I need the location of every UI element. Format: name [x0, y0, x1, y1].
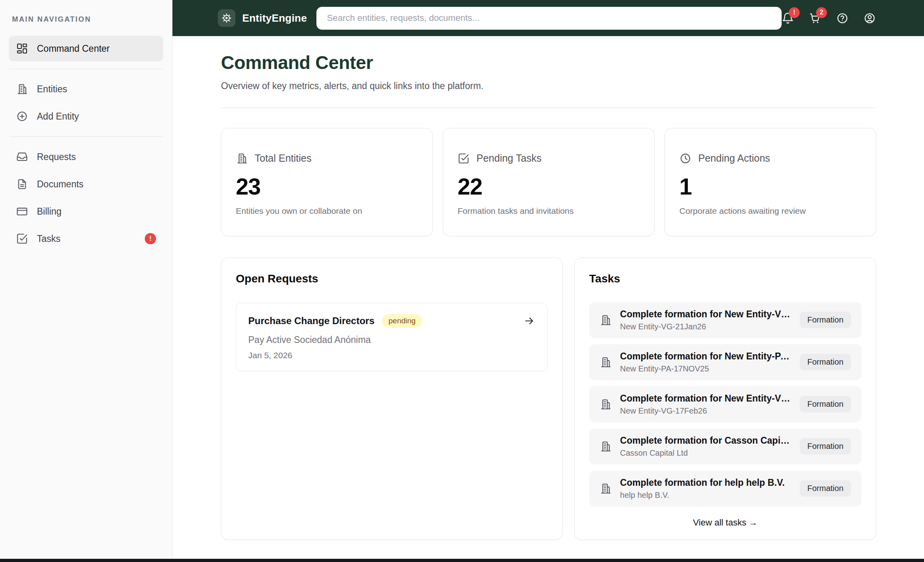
layout-grid-icon [16, 43, 28, 55]
stat-description: Formation tasks and invitations [458, 206, 640, 216]
sidebar-item-command-center[interactable]: Command Center [9, 36, 163, 61]
task-entity: Casson Capital Ltd [620, 448, 791, 458]
top-header: EntityEngine ! 2 [172, 0, 924, 36]
building-icon [600, 314, 612, 326]
task-item[interactable]: Complete formation for New Entity-PA-17N… [589, 344, 861, 380]
stat-pending-tasks: Pending Tasks 22 Formation tasks and inv… [443, 128, 654, 236]
user-circle-icon [863, 12, 876, 24]
arrow-right-icon [523, 315, 535, 327]
tasks-panel: Tasks Complete formation for New Entity-… [574, 258, 876, 540]
sidebar-item-requests[interactable]: Requests [9, 144, 163, 170]
request-title: Purchase Change Directors [248, 315, 375, 327]
task-item[interactable]: Complete formation for New Entity-VG-21J… [589, 302, 861, 338]
check-square-icon [16, 233, 28, 245]
app-window: MAIN NAVIGATION Command Center Entities … [0, 0, 924, 562]
open-requests-title: Open Requests [236, 272, 548, 285]
divider [221, 108, 876, 108]
credit-card-icon [16, 205, 28, 217]
task-item[interactable]: Complete formation for help help B.V. he… [589, 471, 861, 507]
bottom-edge [0, 559, 924, 562]
sidebar-item-label: Requests [37, 152, 76, 162]
brand-name: EntityEngine [242, 12, 307, 24]
task-entity: help help B.V. [620, 491, 785, 500]
building-icon [16, 83, 28, 95]
stat-value: 1 [679, 173, 861, 200]
task-item[interactable]: Complete formation for New Entity-VG-17F… [589, 386, 861, 422]
formation-tag: Formation [800, 396, 851, 412]
request-date: Jan 5, 2026 [248, 351, 535, 360]
brand: EntityEngine [218, 9, 307, 27]
task-title: Complete formation for New Entity-VG-17F… [620, 393, 791, 404]
stat-description: Entities you own or collaborate on [236, 206, 418, 216]
stat-label: Pending Tasks [476, 152, 541, 164]
task-title: Complete formation for New Entity-PA-17N… [620, 351, 791, 362]
content-area: Command Center Overview of key metrics, … [172, 36, 924, 562]
help-circle-icon [836, 12, 849, 24]
task-entity: New Entity-PA-17NOV25 [620, 364, 791, 373]
task-title: Complete formation for New Entity-VG-21J… [620, 309, 791, 320]
status-badge: pending [382, 314, 423, 328]
count-badge: 2 [816, 7, 827, 18]
sidebar-item-label: Billing [37, 206, 61, 217]
task-entity: New Entity-VG-21Jan26 [620, 322, 791, 331]
formation-tag: Formation [800, 480, 851, 497]
sidebar-item-label: Entities [37, 84, 67, 95]
task-title: Complete formation for help help B.V. [620, 477, 785, 488]
notifications-button[interactable]: ! [782, 12, 794, 24]
sidebar-item-add-entity[interactable]: Add Entity [9, 103, 163, 129]
sidebar-divider [10, 69, 162, 69]
stats-row: Total Entities 23 Entities you own or co… [221, 128, 876, 236]
sidebar-item-documents[interactable]: Documents [9, 171, 163, 197]
building-icon [600, 356, 612, 368]
sidebar-item-label: Command Center [37, 43, 110, 54]
formation-tag: Formation [800, 354, 851, 370]
header-actions: ! 2 [782, 12, 876, 24]
account-button[interactable] [863, 12, 876, 24]
plus-circle-icon [16, 110, 28, 122]
sidebar-item-label: Add Entity [37, 111, 79, 122]
sidebar-item-label: Tasks [37, 233, 61, 244]
main-column: EntityEngine ! 2 [172, 0, 924, 562]
inbox-icon [16, 151, 28, 163]
clock-icon [679, 152, 691, 164]
page-subtitle: Overview of key metrics, alerts, and qui… [221, 81, 876, 91]
building-icon [236, 152, 248, 164]
building-icon [600, 398, 612, 410]
view-all-tasks-link[interactable]: View all tasks → [589, 517, 861, 528]
sidebar: MAIN NAVIGATION Command Center Entities … [0, 0, 172, 562]
search-input[interactable] [316, 7, 782, 30]
task-title: Complete formation for Casson Capital Lt… [620, 435, 791, 446]
sidebar-section-label: MAIN NAVIGATION [12, 15, 163, 24]
sidebar-item-billing[interactable]: Billing [9, 199, 163, 224]
building-icon [600, 440, 612, 452]
request-list: Purchase Change Directors pending Pay Ac… [236, 303, 548, 371]
building-icon [600, 483, 612, 495]
sidebar-item-tasks[interactable]: Tasks ! [9, 226, 163, 252]
task-list: Complete formation for New Entity-VG-21J… [589, 302, 861, 507]
formation-tag: Formation [800, 438, 851, 454]
task-entity: New Entity-VG-17Feb26 [620, 406, 791, 416]
sidebar-item-entities[interactable]: Entities [9, 76, 163, 102]
cart-button[interactable]: 2 [809, 12, 821, 24]
request-item-purchase-change-directors[interactable]: Purchase Change Directors pending Pay Ac… [236, 303, 548, 371]
panels-row: Open Requests Purchase Change Directors … [221, 258, 876, 540]
sidebar-nav: Command Center Entities Add Entity Reque… [9, 36, 163, 252]
tasks-title: Tasks [589, 272, 861, 285]
check-square-icon [458, 152, 470, 164]
stat-description: Corporate actions awaiting review [679, 206, 861, 216]
request-entity: Pay Active Sociedad Anónima [248, 335, 535, 345]
stat-pending-actions: Pending Actions 1 Corporate actions awai… [665, 128, 876, 236]
open-requests-panel: Open Requests Purchase Change Directors … [221, 258, 563, 540]
page-title: Command Center [221, 52, 876, 73]
formation-tag: Formation [800, 312, 851, 328]
help-button[interactable] [836, 12, 849, 24]
file-icon [16, 178, 28, 190]
stat-value: 22 [458, 173, 640, 200]
sidebar-divider [10, 136, 162, 137]
stat-total-entities: Total Entities 23 Entities you own or co… [221, 128, 433, 236]
count-badge: ! [789, 7, 800, 18]
stat-label: Pending Actions [698, 152, 770, 164]
task-item[interactable]: Complete formation for Casson Capital Lt… [589, 428, 861, 465]
gear-icon [218, 9, 235, 27]
stat-value: 23 [236, 173, 418, 200]
